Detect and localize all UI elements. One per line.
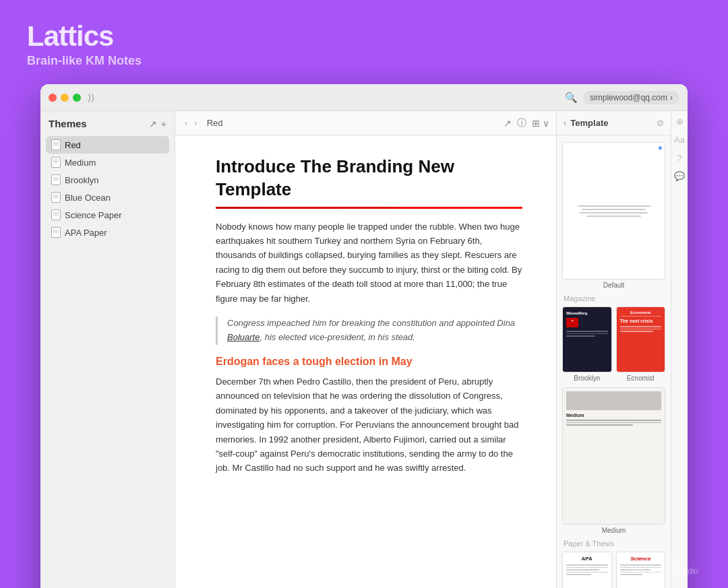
- panel-header: ‹ Template ⊘: [557, 111, 671, 135]
- template-card-medium[interactable]: Medium Medium: [562, 387, 665, 534]
- doc-wrapper: Introduce The Branding New Template Nobo…: [216, 156, 522, 476]
- template-card-ecnomist[interactable]: Economist The next crisis Ecnomist: [616, 306, 666, 382]
- boluarte-link[interactable]: Boluarte: [227, 332, 260, 342]
- maximize-button[interactable]: [73, 94, 81, 102]
- user-email: simplewood@qq.com: [590, 93, 667, 102]
- panel-title: Template: [570, 118, 608, 128]
- doc-icon: [51, 174, 61, 185]
- main-window: ⟩⟩ 🔍 simplewood@qq.com › Themes ↗ +: [40, 84, 688, 588]
- panel-icons: ⊘: [657, 118, 664, 128]
- sidebar: Themes ↗ + Red Medium Brooklyn: [40, 111, 175, 588]
- template-thumb-default: ★: [562, 142, 665, 280]
- app-subtitle: Brain-like KM Notes: [27, 54, 701, 68]
- sidebar-item-apa-paper[interactable]: APA Paper: [46, 224, 169, 241]
- side-panel-icons: ⊕ Aa ? 💬: [671, 111, 688, 588]
- sidebar-item-label: Medium: [65, 158, 96, 168]
- section-label-paper: Paper & Thesis: [564, 540, 665, 548]
- toolbar-right: ↗ ⓘ ⊞ ∨: [504, 117, 549, 129]
- layout-icon[interactable]: ⊞ ∨: [532, 118, 549, 129]
- add-item-icon[interactable]: +: [161, 119, 166, 129]
- panel-icon-btn[interactable]: ⊘: [657, 118, 664, 128]
- sidebar-item-brooklyn[interactable]: Brooklyn: [46, 171, 169, 189]
- sidebar-header: Themes ↗ +: [40, 111, 175, 133]
- template-thumb-brooklyn: BloomBerg ": [562, 306, 612, 372]
- font-size-icon[interactable]: Aa: [674, 135, 685, 145]
- template-default-section: ★ Default: [562, 142, 665, 289]
- template-card-default[interactable]: ★ Default: [562, 142, 665, 289]
- panel-back-button[interactable]: ‹: [564, 118, 566, 128]
- comment-icon[interactable]: 💬: [674, 171, 685, 181]
- close-button[interactable]: [49, 94, 57, 102]
- nav-back-icon[interactable]: ‹: [182, 117, 190, 129]
- star-icon: ★: [657, 144, 663, 152]
- content-toolbar: ‹ › Red ↗ ⓘ ⊞ ∨: [175, 111, 556, 135]
- doc-blockquote: Congress impeached him for breaking the …: [216, 317, 522, 345]
- panel-body: ★ Default Magazine: [557, 135, 671, 588]
- app-header: Lattics Brain-like KM Notes: [27, 20, 701, 68]
- watermark: Aura Marker Studio: [629, 566, 698, 576]
- sidebar-title: Themes: [49, 118, 87, 129]
- export-icon[interactable]: ↗: [149, 119, 157, 129]
- template-label-default: Default: [603, 282, 625, 289]
- sidebar-item-label: Brooklyn: [65, 175, 99, 185]
- search-icon[interactable]: 🔍: [565, 92, 578, 104]
- doc-icon: [51, 157, 61, 168]
- sidebar-actions: ↗ +: [149, 119, 166, 129]
- sidebar-item-medium[interactable]: Medium: [46, 154, 169, 171]
- expand-icon[interactable]: ⟩⟩: [88, 92, 94, 103]
- share-network-icon[interactable]: ⊕: [676, 117, 684, 127]
- blockquote-text: Congress impeached him for breaking the …: [227, 318, 515, 342]
- sidebar-items: Red Medium Brooklyn Blue Ocean Science P…: [40, 133, 175, 244]
- nav-buttons: ‹ ›: [182, 117, 200, 129]
- user-chip[interactable]: simplewood@qq.com ›: [583, 91, 679, 104]
- main-content: Themes ↗ + Red Medium Brooklyn: [40, 111, 688, 588]
- help-icon[interactable]: ?: [677, 153, 681, 163]
- share-icon[interactable]: ↗: [504, 118, 512, 129]
- template-grid-magazine: BloomBerg " Brooklyn: [562, 306, 665, 382]
- right-panel-container: ‹ Template ⊘ ★: [556, 111, 688, 588]
- doc-icon: [51, 192, 61, 203]
- template-medium-section: Medium Medium: [562, 387, 665, 534]
- sidebar-item-label: Blue Ocean: [65, 193, 111, 203]
- doc-icon: [51, 227, 61, 238]
- minimize-button[interactable]: [61, 94, 69, 102]
- titlebar: ⟩⟩ 🔍 simplewood@qq.com ›: [40, 84, 688, 111]
- template-thumb-medium: Medium: [562, 387, 665, 525]
- doc-icon: [51, 139, 61, 150]
- doc-title: Introduce The Branding New Template: [216, 156, 522, 201]
- doc-body-1: Nobody knows how many people lie trapped…: [216, 220, 522, 306]
- template-card-apa[interactable]: APA APA Pap: [562, 552, 612, 588]
- doc-body-2: December 7th when Pedro Castillo, then t…: [216, 374, 522, 476]
- section-label-magazine: Magazine: [564, 294, 665, 302]
- doc-heading2: Erdogan faces a tough election in May: [216, 356, 522, 368]
- breadcrumb: Red: [207, 118, 223, 128]
- sidebar-item-label: APA Paper: [65, 228, 107, 238]
- traffic-lights: [49, 94, 81, 102]
- info-icon[interactable]: ⓘ: [517, 117, 526, 129]
- app-title: Lattics: [27, 20, 701, 53]
- template-card-brooklyn[interactable]: BloomBerg " Brooklyn: [562, 306, 612, 382]
- template-label-brooklyn: Brooklyn: [574, 374, 600, 382]
- doc-icon: [51, 209, 61, 220]
- sidebar-item-label: Red: [65, 140, 81, 150]
- template-thumb-ecnomist: Economist The next crisis: [616, 306, 666, 372]
- template-thumb-apa: APA: [562, 552, 612, 588]
- sidebar-item-label: Science Paper: [65, 210, 122, 220]
- nav-forward-icon[interactable]: ›: [191, 117, 200, 129]
- sidebar-item-science-paper[interactable]: Science Paper: [46, 206, 169, 224]
- template-label-medium: Medium: [602, 527, 626, 534]
- template-label-ecnomist: Ecnomist: [627, 374, 655, 382]
- titlebar-right: 🔍 simplewood@qq.com ›: [565, 91, 679, 104]
- chevron-right-icon: ›: [670, 93, 673, 102]
- sidebar-item-blue-ocean[interactable]: Blue Ocean: [46, 189, 169, 206]
- content-area: ‹ › Red ↗ ⓘ ⊞ ∨ Introduce The Branding N…: [175, 111, 556, 588]
- document-container[interactable]: Introduce The Branding New Template Nobo…: [175, 135, 556, 588]
- template-panel: ‹ Template ⊘ ★: [556, 111, 671, 588]
- doc-divider: [216, 207, 522, 209]
- sidebar-item-red[interactable]: Red: [46, 136, 169, 154]
